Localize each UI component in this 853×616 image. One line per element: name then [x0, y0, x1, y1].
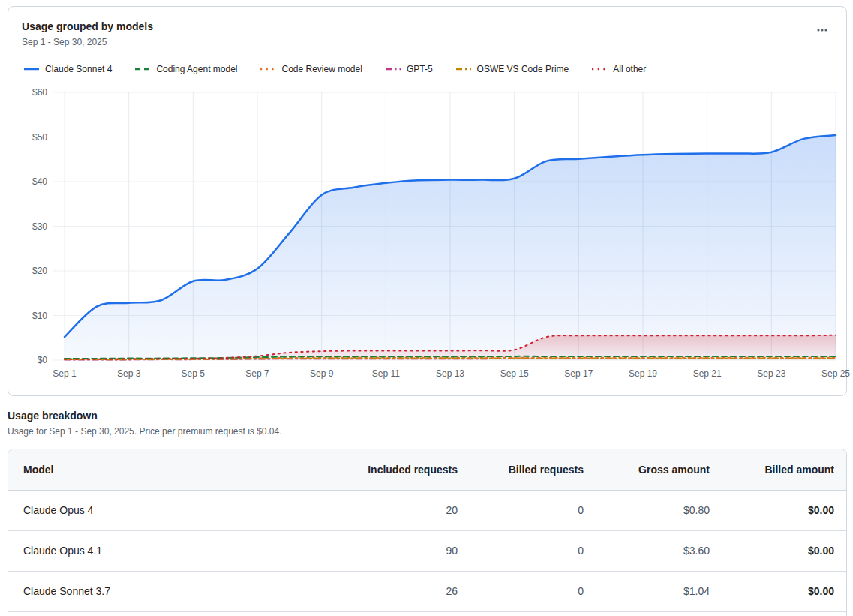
table-row: Claude Opus 4200$0.80$0.00 [8, 490, 846, 530]
breakdown-subtitle: Usage for Sep 1 - Sep 30, 2025. Price pe… [8, 426, 282, 437]
column-header-model: Model [8, 449, 332, 490]
usage-breakdown-table-card: Model Included requests Billed requests … [8, 449, 847, 616]
x-axis-label: Sep 17 [564, 368, 593, 379]
x-axis-label: Sep 9 [310, 368, 334, 379]
legend-swatch-icon [455, 65, 472, 73]
kebab-horizontal-icon [816, 24, 828, 36]
legend-item-all-other[interactable]: All other [591, 64, 646, 74]
y-axis-label: $40 [32, 176, 47, 187]
legend-item-oswe-vs-code-prime[interactable]: OSWE VS Code Prime [455, 64, 569, 74]
legend-label: All other [613, 64, 646, 74]
legend-label: OSWE VS Code Prime [477, 64, 569, 74]
legend-swatch-icon [134, 65, 151, 73]
x-axis-label: Sep 23 [757, 368, 785, 379]
usage-table-body: Claude Opus 4200$0.80$0.00Claude Opus 4.… [8, 490, 846, 611]
legend-label: Claude Sonnet 4 [45, 64, 112, 74]
y-axis-label: $60 [32, 87, 47, 98]
x-axis-label: Sep 11 [372, 368, 400, 379]
billed-requests-cell: 0 [458, 571, 584, 611]
x-axis-label: Sep 1 [53, 368, 77, 379]
y-axis-label: $0 [38, 355, 48, 365]
gross-amount-cell: $3.60 [584, 530, 710, 571]
x-axis-label: Sep 25 [821, 368, 850, 379]
billed-amount-cell: $0.00 [710, 571, 846, 611]
x-axis-label: Sep 19 [629, 368, 657, 379]
table-header-row: Model Included requests Billed requests … [8, 449, 846, 490]
model-name-cell: Claude Opus 4 [8, 490, 332, 530]
column-header-billed-requests: Billed requests [458, 449, 584, 490]
chart-legend: Claude Sonnet 4Coding Agent modelCode Re… [23, 64, 831, 74]
usage-chart-card: Usage grouped by models Sep 1 - Sep 30, … [8, 6, 847, 396]
table-row: Claude Opus 4.1900$3.60$0.00 [8, 530, 846, 571]
y-axis-label: $10 [32, 311, 47, 321]
breakdown-title: Usage breakdown [8, 410, 98, 422]
column-header-included-requests: Included requests [332, 449, 458, 490]
gross-amount-cell: $0.80 [584, 490, 710, 530]
table-row: Claude Sonnet 3.7260$1.04$0.00 [8, 571, 846, 611]
legend-item-code-review-model[interactable]: Code Review model [260, 64, 362, 74]
y-axis-label: $50 [32, 132, 47, 143]
legend-swatch-icon [260, 65, 276, 73]
gross-amount-cell: $1.04 [584, 571, 710, 611]
legend-label: GPT-5 [407, 64, 433, 74]
legend-label: Code Review model [281, 64, 362, 74]
model-name-cell: Claude Opus 4.1 [8, 530, 332, 571]
y-axis-label: $20 [32, 266, 47, 276]
billed-amount-cell: $0.00 [710, 490, 846, 530]
column-header-billed-amount: Billed amount [710, 449, 846, 490]
billed-amount-cell: $0.00 [710, 530, 846, 571]
x-axis-label: Sep 15 [500, 368, 529, 379]
included-requests-cell: 26 [332, 571, 458, 611]
column-header-gross-amount: Gross amount [584, 449, 710, 490]
x-axis-label: Sep 5 [182, 368, 206, 379]
x-axis-label: Sep 21 [693, 368, 722, 379]
legend-item-coding-agent-model[interactable]: Coding Agent model [134, 64, 237, 74]
chart-title: Usage grouped by models [22, 20, 153, 32]
legend-item-gpt-5[interactable]: GPT-5 [385, 64, 433, 74]
included-requests-cell: 90 [332, 530, 458, 571]
usage-breakdown-table: Model Included requests Billed requests … [8, 449, 846, 612]
billed-requests-cell: 0 [458, 490, 584, 530]
x-axis-label: Sep 3 [117, 368, 141, 379]
x-axis-label: Sep 13 [436, 368, 464, 379]
kebab-menu-button[interactable] [810, 20, 834, 40]
legend-item-claude-sonnet-4[interactable]: Claude Sonnet 4 [23, 64, 112, 74]
chart-date-range: Sep 1 - Sep 30, 2025 [22, 37, 107, 47]
legend-swatch-icon [591, 65, 608, 73]
legend-swatch-icon [23, 65, 40, 73]
model-name-cell: Claude Sonnet 3.7 [8, 571, 332, 611]
legend-label: Coding Agent model [156, 64, 237, 74]
usage-line-chart[interactable]: $0$10$20$30$40$50$60Sep 1Sep 3Sep 5Sep 7… [14, 82, 843, 385]
x-axis-label: Sep 7 [245, 368, 269, 379]
included-requests-cell: 20 [332, 490, 458, 530]
y-axis-label: $30 [32, 221, 47, 232]
billed-requests-cell: 0 [458, 530, 584, 571]
legend-swatch-icon [385, 65, 401, 73]
